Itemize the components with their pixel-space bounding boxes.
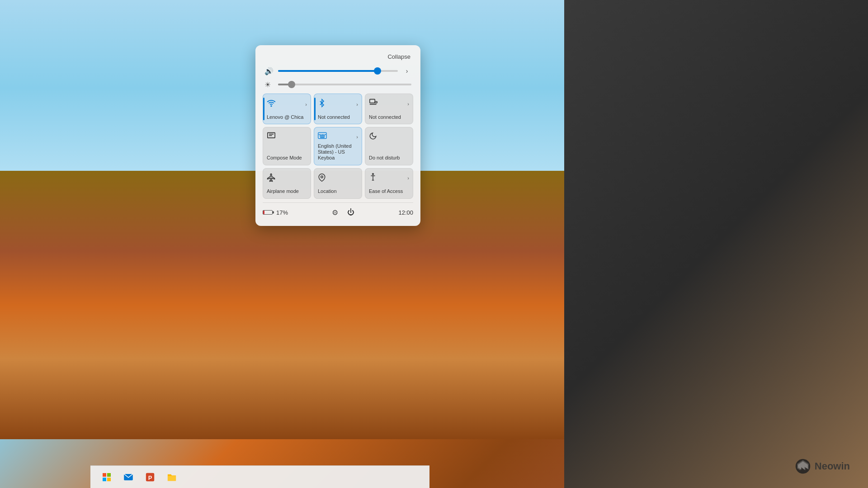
- bluetooth-label: Not connected: [318, 114, 350, 120]
- start-button[interactable]: [99, 470, 114, 484]
- wifi-icon: [267, 99, 276, 110]
- neowin-watermark: Neowin: [795, 458, 850, 474]
- power-icon[interactable]: ⏻: [345, 206, 356, 218]
- taskbar: P: [90, 465, 429, 488]
- keyboard-tile-top: ›: [318, 132, 358, 141]
- brightness-track: [278, 84, 411, 85]
- svg-text:P: P: [148, 474, 152, 481]
- svg-rect-1: [370, 99, 375, 103]
- location-tile-top: [318, 173, 358, 184]
- bluetooth-accent: [314, 98, 316, 120]
- keyboard-label: English (United States) - US Keyboa: [318, 143, 358, 161]
- volume-slider[interactable]: [278, 66, 398, 75]
- mail-taskbar-icon[interactable]: [121, 470, 136, 484]
- svg-point-0: [271, 106, 272, 107]
- volume-expand-arrow[interactable]: ›: [402, 67, 411, 75]
- location-icon: [318, 173, 326, 184]
- keyboard-icon: [318, 132, 327, 141]
- wifi-label: Lenovo @ Chica: [267, 114, 304, 120]
- brightness-icon: ☀: [264, 80, 274, 89]
- svg-point-16: [373, 173, 374, 174]
- location-tile[interactable]: Location: [314, 168, 362, 199]
- file-explorer-taskbar-icon[interactable]: [165, 470, 179, 484]
- battery-icon: [263, 210, 273, 215]
- neowin-brand-text: Neowin: [815, 460, 850, 472]
- compose-tile-top: [267, 132, 307, 142]
- volume-thumb[interactable]: [374, 67, 381, 75]
- bluetooth-icon: [318, 99, 326, 110]
- airplane-label: Airplane mode: [267, 188, 299, 194]
- system-icons: ⚙ ⏻: [330, 206, 356, 219]
- accessibility-icon: [369, 173, 377, 183]
- moon-icon: [369, 132, 377, 142]
- dnd-label: Do not disturb: [369, 155, 400, 161]
- eoa-tile-top: ›: [369, 173, 409, 183]
- volume-icon: 🔊: [264, 67, 274, 75]
- project-tile-top: ›: [369, 99, 409, 109]
- compose-tile[interactable]: Compose Mode: [263, 127, 311, 165]
- brightness-row: ☀: [263, 80, 413, 89]
- powerpoint-taskbar-icon[interactable]: P: [143, 470, 157, 484]
- settings-icon[interactable]: ⚙: [330, 206, 340, 219]
- battery-status: 17%: [263, 209, 288, 216]
- compose-icon: [267, 132, 276, 142]
- compose-label: Compose Mode: [267, 155, 302, 161]
- airplane-tile[interactable]: Airplane mode: [263, 168, 311, 199]
- neowin-logo-icon: [795, 458, 811, 474]
- wifi-expand-btn[interactable]: ›: [305, 102, 307, 107]
- svg-rect-18: [107, 473, 111, 477]
- location-label: Location: [318, 188, 337, 194]
- brightness-slider[interactable]: [278, 80, 411, 89]
- volume-fill: [278, 70, 377, 72]
- bluetooth-expand-btn[interactable]: ›: [356, 102, 358, 107]
- volume-track: [278, 70, 398, 72]
- eoa-expand-btn[interactable]: ›: [407, 175, 409, 181]
- bluetooth-tile-top: ›: [318, 99, 358, 110]
- wifi-accent: [263, 98, 264, 120]
- airplane-icon: [267, 173, 276, 184]
- project-label: Not connected: [369, 114, 401, 120]
- svg-rect-2: [375, 102, 377, 103]
- battery-fill: [263, 211, 264, 214]
- action-center-panel: Collapse 🔊 › ☀: [255, 45, 420, 226]
- collapse-button[interactable]: Collapse: [385, 52, 413, 61]
- svg-rect-20: [107, 478, 111, 481]
- dnd-tile-top: [369, 132, 409, 142]
- eoa-label: Ease of Access: [369, 188, 403, 194]
- action-center-header: Collapse: [263, 52, 413, 61]
- svg-rect-19: [103, 478, 106, 481]
- device-bezel: [564, 0, 868, 488]
- airplane-tile-top: [267, 173, 307, 184]
- svg-rect-17: [103, 473, 106, 477]
- keyboard-expand-btn[interactable]: ›: [356, 134, 358, 140]
- current-time: 12:00: [398, 209, 413, 216]
- action-center-bottom: 17% ⚙ ⏻ 12:00: [263, 202, 413, 219]
- wifi-tile[interactable]: › Lenovo @ Chica: [263, 94, 311, 124]
- wifi-tile-top: ›: [267, 99, 307, 110]
- quick-actions-grid: › Lenovo @ Chica › Not connected: [263, 94, 413, 199]
- project-icon: [369, 99, 378, 109]
- project-tile[interactable]: › Not connected: [365, 94, 413, 124]
- project-expand-btn[interactable]: ›: [407, 101, 409, 107]
- brightness-thumb[interactable]: [288, 81, 295, 88]
- volume-row: 🔊 ›: [263, 66, 413, 75]
- donotdisturb-tile[interactable]: Do not disturb: [365, 127, 413, 165]
- battery-percent: 17%: [276, 209, 288, 216]
- bluetooth-tile[interactable]: › Not connected: [314, 94, 362, 124]
- keyboard-tile[interactable]: › English (United States) - US Keyboa: [314, 127, 362, 165]
- easeofaccess-tile[interactable]: › Ease of Access: [365, 168, 413, 199]
- svg-point-15: [321, 176, 323, 178]
